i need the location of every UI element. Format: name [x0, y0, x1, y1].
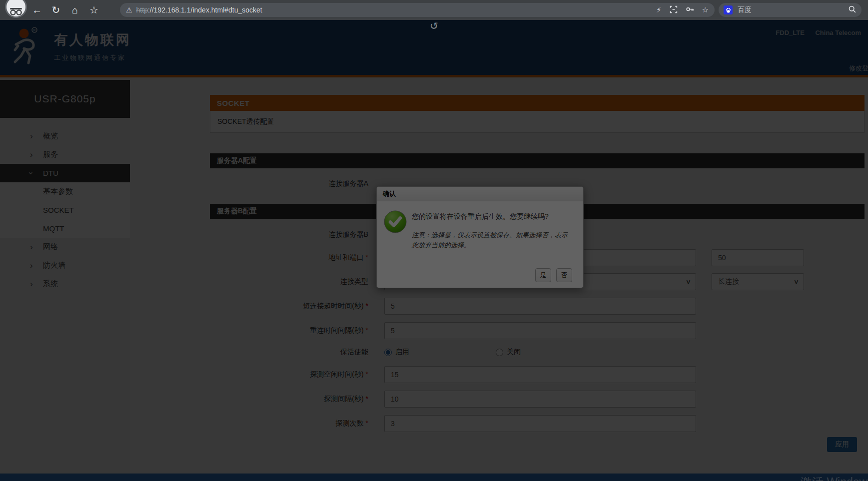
password-key-icon[interactable]: [686, 5, 694, 15]
screenshot-icon[interactable]: [670, 5, 678, 15]
back-icon[interactable]: ←: [31, 4, 43, 16]
history-icon[interactable]: ↺: [0, 20, 868, 481]
home-icon[interactable]: ⌂: [69, 4, 81, 16]
bookmark-star-icon[interactable]: ☆: [88, 4, 100, 16]
search-icon[interactable]: [848, 5, 857, 15]
search-engine-label: 百度: [738, 5, 848, 14]
flash-icon[interactable]: ⚡: [656, 5, 662, 14]
favorite-star-icon[interactable]: ☆: [702, 5, 709, 14]
screen: ← → ↻ ⌂ ↺ ☆ ⚠ http://192.168.1.1/index.h…: [0, 0, 868, 481]
browser-toolbar: ← → ↻ ⌂ ↺ ☆ ⚠ http://192.168.1.1/index.h…: [0, 0, 868, 20]
not-secure-warning-icon[interactable]: ⚠: [126, 6, 132, 14]
search-box[interactable]: 百度: [719, 3, 862, 17]
url-scheme: http: [136, 6, 148, 14]
baidu-icon: [724, 5, 733, 14]
url-text: ://192.168.1.1/index.html#dtu_socket: [148, 6, 262, 14]
incognito-icon: [5, 0, 27, 18]
reload-icon[interactable]: ↻: [50, 4, 62, 16]
address-bar[interactable]: ⚠ http://192.168.1.1/index.html#dtu_sock…: [120, 3, 715, 17]
